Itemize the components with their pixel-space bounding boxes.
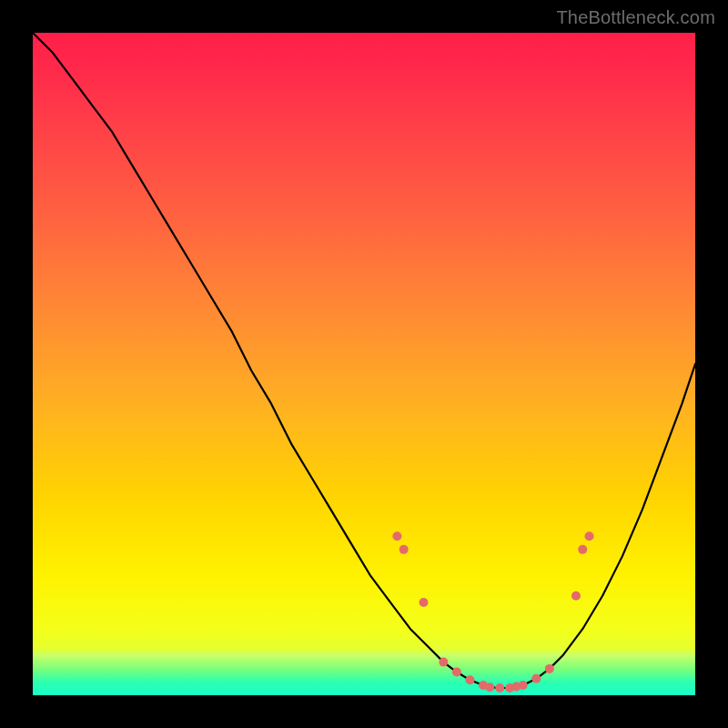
watermark-text: TheBottleneck.com bbox=[556, 7, 715, 28]
chart-frame: TheBottleneck.com bbox=[0, 0, 728, 728]
chart-background-gradient bbox=[33, 33, 695, 695]
